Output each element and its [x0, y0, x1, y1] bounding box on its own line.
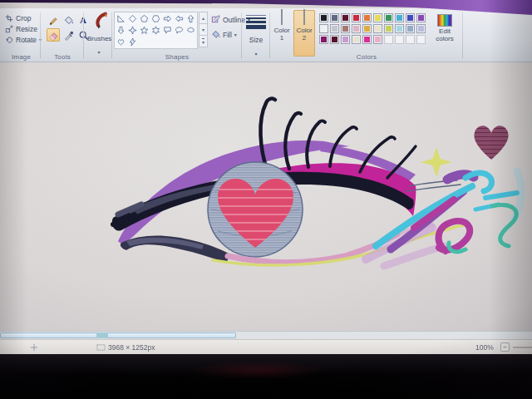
brushes-caret-icon: ▾	[97, 50, 100, 55]
shape-arrow-up[interactable]	[185, 13, 196, 24]
gallery-scroll-up-button[interactable]: ▴	[200, 12, 207, 23]
drawing-canvas[interactable]	[0, 62, 532, 331]
palette-swatch-r3-c7[interactable]	[384, 35, 393, 44]
palette-swatch-r1-c3[interactable]	[341, 13, 350, 22]
palette-swatch-r1-c8[interactable]	[395, 13, 404, 22]
palette-swatch-r3-c4[interactable]	[352, 35, 361, 44]
edit-colors-button[interactable]: Edit colors	[431, 12, 459, 42]
shape-gallery	[115, 12, 197, 48]
shape-diamond[interactable]	[127, 13, 138, 24]
palette-swatch-r1-c10[interactable]	[416, 13, 426, 22]
palette-swatch-r3-c8[interactable]	[395, 35, 404, 44]
palette-swatch-r2-c8[interactable]	[395, 24, 404, 33]
resize-button[interactable]: Resize	[5, 24, 37, 34]
palette-swatch-r2-c5[interactable]	[362, 24, 372, 33]
color1-button[interactable]: Color 1	[271, 10, 293, 57]
palette-swatch-r2-c3[interactable]	[341, 24, 350, 33]
zoom-out-button[interactable]: −	[500, 342, 510, 352]
rotate-button[interactable]: Rotate ▾	[5, 35, 42, 45]
horizontal-scrollbar[interactable]	[0, 331, 532, 339]
fill-button[interactable]: Fill ▾	[211, 29, 237, 40]
shape-callout-rounded[interactable]	[162, 25, 173, 36]
callout-cloud-icon	[186, 26, 195, 35]
rotate-icon	[5, 36, 13, 44]
fill-with-color-tool-button[interactable]	[62, 13, 75, 27]
shape-hexagon[interactable]	[150, 13, 161, 24]
color2-label: Color 2	[295, 27, 313, 42]
palette-swatch-r3-c1[interactable]	[319, 35, 328, 44]
pentagon-icon	[140, 14, 149, 23]
shape-star-5[interactable]	[139, 25, 150, 36]
image-size-icon	[96, 343, 106, 352]
palette-swatch-r3-c10[interactable]	[416, 35, 426, 44]
group-separator	[462, 12, 463, 58]
callout-rounded-icon	[163, 26, 172, 35]
palette-swatch-r2-c10[interactable]	[416, 24, 426, 33]
arrow-down-icon	[116, 26, 126, 35]
pencil-tool-button[interactable]	[47, 13, 60, 27]
gallery-scroll-down-button[interactable]: ▾	[200, 24, 207, 35]
palette-swatch-r2-c2[interactable]	[330, 24, 339, 33]
zoom-level-text: 100%	[475, 343, 494, 352]
minus-icon: −	[503, 343, 507, 351]
scrollbar-thumb[interactable]	[0, 332, 236, 338]
palette-swatch-r2-c9[interactable]	[406, 24, 415, 33]
shapes-group-label: Shapes	[113, 53, 241, 61]
color1-label: Color 1	[273, 27, 291, 42]
palette-swatch-r3-c5[interactable]	[362, 35, 372, 44]
palette-swatch-r3-c6[interactable]	[373, 35, 382, 44]
palette-swatch-r1-c2[interactable]	[330, 13, 339, 22]
palette-swatch-r3-c9[interactable]	[406, 35, 415, 44]
heart-icon	[116, 37, 126, 47]
size-icon	[246, 13, 266, 29]
palette-swatch-r1-c1[interactable]	[319, 13, 328, 22]
palette-swatch-r1-c7[interactable]	[384, 13, 393, 22]
palette-swatch-r2-c4[interactable]	[352, 24, 361, 33]
color2-button[interactable]: Color 2	[293, 10, 315, 57]
brushes-label: Brushes	[87, 35, 111, 42]
palette-swatch-r1-c5[interactable]	[362, 13, 372, 22]
crop-button[interactable]: Crop	[5, 13, 31, 23]
palette-swatch-r2-c1[interactable]	[319, 24, 328, 33]
eraser-tool-button[interactable]	[47, 28, 60, 42]
zoom-slider[interactable]	[513, 347, 532, 348]
shape-arrow-right[interactable]	[162, 13, 173, 24]
palette-swatch-r1-c4[interactable]	[352, 13, 361, 22]
shape-right-triangle[interactable]	[116, 13, 126, 24]
shape-arrow-left[interactable]	[174, 13, 185, 24]
shape-callout-cloud[interactable]	[185, 25, 196, 36]
color-picker-tool-button[interactable]	[62, 28, 75, 42]
size-button[interactable]: Size ▾	[245, 13, 267, 59]
shape-pentagon[interactable]	[139, 13, 150, 24]
crop-icon	[5, 14, 13, 22]
star-4-icon	[128, 26, 137, 35]
fill-caret-icon: ▾	[234, 32, 237, 37]
palette-swatch-r1-c6[interactable]	[373, 13, 382, 22]
shape-star-4[interactable]	[127, 25, 138, 36]
palette-swatch-r3-c3[interactable]	[341, 35, 350, 44]
palette-swatch-r2-c7[interactable]	[384, 24, 393, 33]
eyedropper-icon	[63, 30, 74, 41]
gallery-more-button[interactable]: ▾	[200, 36, 207, 47]
brushes-button[interactable]: Brushes ▾	[87, 11, 111, 57]
colors-group: Color 1 Color 2 Edit colors Colors	[271, 8, 462, 62]
group-separator	[111, 12, 112, 58]
shape-heart[interactable]	[116, 37, 126, 47]
shape-arrow-down[interactable]	[116, 25, 126, 36]
brushes-icon	[89, 11, 109, 31]
colors-group-label: Colors	[271, 53, 462, 61]
callout-oval-icon	[175, 26, 184, 35]
scroll-up-icon: ▴	[202, 15, 204, 21]
color2-swatch	[303, 9, 305, 25]
palette-swatch-r2-c6[interactable]	[373, 24, 382, 33]
shape-lightning[interactable]	[127, 37, 138, 47]
group-separator	[83, 12, 84, 58]
shape-star-6[interactable]	[150, 25, 161, 36]
shape-callout-oval[interactable]	[174, 25, 185, 36]
rotate-label: Rotate	[16, 36, 37, 44]
right-triangle-icon	[116, 14, 126, 23]
resize-icon	[5, 25, 13, 33]
palette-swatch-r1-c9[interactable]	[406, 13, 415, 22]
arrow-left-icon	[175, 14, 184, 23]
palette-swatch-r3-c2[interactable]	[330, 35, 339, 44]
